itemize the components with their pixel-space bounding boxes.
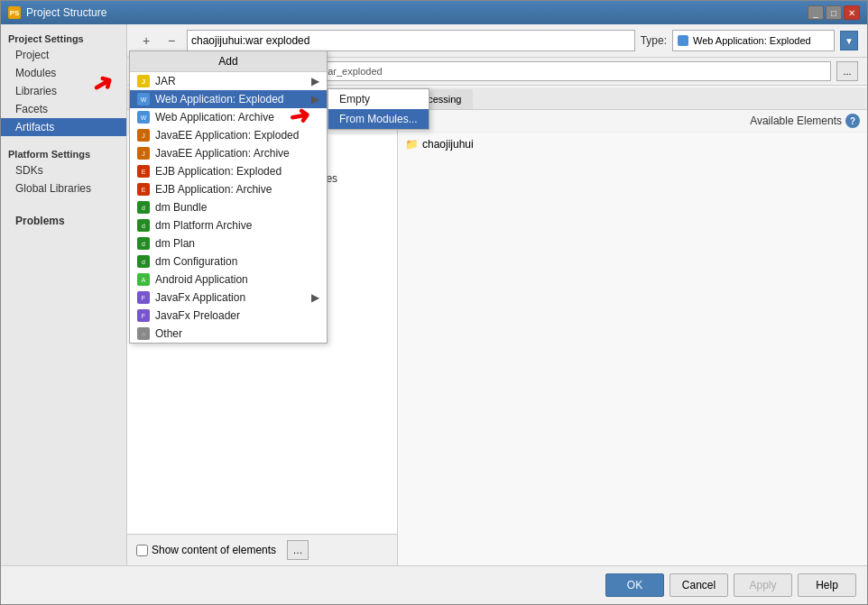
dropdown-item-jar-label: JAR — [155, 75, 176, 87]
jar-icon: J — [137, 75, 150, 87]
dropdown-item-javaee-exploded[interactable]: J JavaEE Application: Exploded — [130, 126, 327, 144]
dropdown-item-web-archive[interactable]: W Web Application: Archive — [130, 108, 327, 126]
available-body: 📁 chaojijuhui — [398, 133, 867, 565]
add-dropdown-menu: Add J JAR ▶ W Web Application: Exploded … — [129, 50, 328, 344]
web-submenu-arrow: ▶ — [311, 93, 319, 105]
dropdown-item-javafx-label: JavaFx Application — [155, 291, 245, 304]
title-bar-left: PS Project Structure — [8, 6, 106, 19]
web-archive-icon: W — [137, 111, 150, 124]
dropdown-item-dm-config[interactable]: d dm Configuration — [130, 252, 327, 270]
app-icon: PS — [8, 6, 21, 19]
project-settings-header: Project Settings — [1, 28, 126, 46]
dropdown-item-android-label: Android Application — [155, 273, 248, 286]
type-dropdown-button[interactable]: ▼ — [840, 31, 858, 50]
dropdown-item-dm-plan[interactable]: d dm Plan — [130, 234, 327, 252]
context-popup: Empty From Modules... — [328, 88, 429, 130]
remove-artifact-button[interactable]: − — [162, 31, 181, 50]
sidebar-item-artifacts[interactable]: Artifacts — [1, 118, 126, 136]
dm-plan-icon: d — [137, 237, 150, 250]
bottom-bar: Show content of elements … — [127, 534, 397, 565]
javafx-submenu-arrow: ▶ — [311, 291, 319, 304]
sidebar-item-facets[interactable]: Facets — [1, 100, 126, 118]
dropdown-item-javafx-preloader-label: JavaFx Preloader — [155, 309, 240, 322]
available-header: Available Elements ? — [398, 110, 867, 133]
dropdown-item-ejb-archive[interactable]: E EJB Application: Archive — [130, 180, 327, 198]
show-content-checkbox-area: Show content of elements — [136, 544, 276, 556]
dropdown-item-javaee-exploded-label: JavaEE Application: Exploded — [155, 129, 299, 142]
show-content-checkbox-input[interactable] — [136, 545, 148, 556]
dropdown-item-web-exploded-label: Web Application: Exploded — [155, 93, 284, 105]
javaee-archive-icon: J — [137, 147, 150, 160]
sidebar: Project Settings Project Modules Librari… — [1, 24, 127, 565]
dropdown-item-dm-bundle[interactable]: d dm Bundle — [130, 198, 327, 216]
type-value-box: Web Application: Exploded — [672, 30, 835, 51]
available-title: Available Elements — [750, 115, 842, 127]
dropdown-header: Add — [130, 51, 327, 72]
dm-platform-icon: d — [137, 219, 150, 232]
type-value-text: Web Application: Exploded — [693, 35, 811, 46]
help-button[interactable]: Help — [798, 573, 856, 597]
dropdown-item-other-label: Other — [155, 327, 182, 340]
maximize-button[interactable]: □ — [826, 5, 842, 20]
window-title: Project Structure — [26, 6, 106, 19]
dropdown-item-dm-config-label: dm Configuration — [155, 255, 237, 268]
minimize-button[interactable]: _ — [808, 5, 824, 20]
dropdown-item-web-exploded[interactable]: W Web Application: Exploded ▶ — [130, 90, 327, 108]
add-artifact-button[interactable]: + — [136, 31, 156, 50]
title-controls: _ □ ✕ — [808, 5, 860, 20]
sidebar-item-global-libraries[interactable]: Global Libraries — [1, 179, 126, 197]
other-icon: ○ — [137, 327, 150, 340]
javafx-icon: F — [137, 291, 150, 304]
jar-submenu-arrow: ▶ — [311, 75, 319, 87]
dialog-buttons: OK Cancel Apply Help — [1, 565, 867, 604]
dropdown-item-jar[interactable]: J JAR ▶ — [130, 72, 327, 90]
dropdown-item-javaee-archive[interactable]: J JavaEE Application: Archive — [130, 144, 327, 162]
dropdown-item-android[interactable]: A Android Application — [130, 270, 327, 289]
dropdown-item-web-archive-label: Web Application: Archive — [155, 111, 274, 124]
dropdown-item-dm-plan-label: dm Plan — [155, 237, 195, 250]
sidebar-item-libraries[interactable]: Libraries — [1, 82, 126, 100]
type-icon — [677, 34, 689, 47]
artifact-name-input[interactable] — [187, 30, 635, 51]
ejb-exploded-icon: E — [137, 165, 150, 178]
ok-button[interactable]: OK — [605, 573, 664, 597]
type-label: Type: — [641, 34, 667, 47]
platform-settings-header: Platform Settings — [1, 143, 126, 161]
sidebar-item-problems[interactable]: Problems — [1, 212, 126, 230]
dropdown-item-javafx-preloader[interactable]: F JavaFx Preloader — [130, 307, 327, 325]
ejb-archive-icon: E — [137, 183, 150, 196]
folder-icon: 📁 — [405, 138, 419, 151]
dm-config-icon: d — [137, 255, 150, 268]
dropdown-item-dm-platform-label: dm Platform Archive — [155, 219, 252, 232]
browse-button[interactable]: ... — [836, 61, 858, 81]
available-item-chaojijuhui[interactable]: 📁 chaojijuhui — [402, 136, 863, 152]
close-button[interactable]: ✕ — [844, 5, 860, 20]
context-item-empty[interactable]: Empty — [328, 89, 429, 109]
project-structure-window: PS Project Structure _ □ ✕ Project Setti… — [0, 0, 868, 605]
show-content-browse-button[interactable]: … — [287, 540, 309, 560]
dropdown-item-ejb-exploded-label: EJB Application: Exploded — [155, 165, 282, 178]
context-item-from-modules[interactable]: From Modules... — [328, 109, 429, 129]
dropdown-item-other[interactable]: ○ Other — [130, 325, 327, 343]
javaee-exploded-icon: J — [137, 129, 150, 142]
sidebar-item-project[interactable]: Project — [1, 46, 126, 64]
dropdown-item-javaee-archive-label: JavaEE Application: Archive — [155, 147, 290, 160]
sidebar-item-modules[interactable]: Modules — [1, 64, 126, 82]
show-content-label: Show content of elements — [152, 544, 276, 556]
available-item-label: chaojijuhui — [422, 138, 474, 151]
right-available-panel: Available Elements ? 📁 chaojijuhui — [398, 110, 867, 565]
cancel-button[interactable]: Cancel — [669, 573, 728, 597]
dm-bundle-icon: d — [137, 201, 150, 214]
dropdown-item-dm-platform-archive[interactable]: d dm Platform Archive — [130, 216, 327, 234]
available-help-button[interactable]: ? — [845, 114, 860, 128]
web-exploded-icon: W — [137, 93, 150, 105]
dropdown-item-dm-bundle-label: dm Bundle — [155, 201, 207, 214]
title-bar: PS Project Structure _ □ ✕ — [1, 1, 867, 24]
javafx-preloader-icon: F — [137, 309, 150, 322]
apply-button[interactable]: Apply — [734, 573, 792, 597]
android-icon: A — [137, 273, 150, 286]
sidebar-item-sdks[interactable]: SDKs — [1, 161, 126, 179]
dropdown-item-javafx[interactable]: F JavaFx Application ▶ — [130, 289, 327, 307]
dropdown-item-ejb-archive-label: EJB Application: Archive — [155, 183, 272, 196]
dropdown-item-ejb-exploded[interactable]: E EJB Application: Exploded — [130, 162, 327, 180]
